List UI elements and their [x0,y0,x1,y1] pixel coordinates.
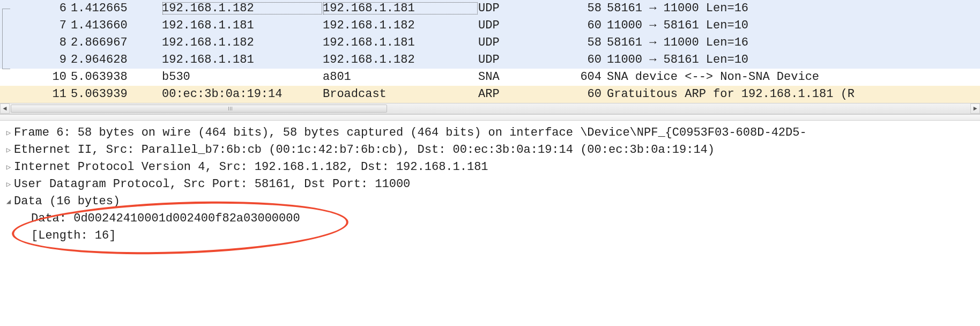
packet-time: 1.413660 [71,19,162,32]
tree-ip[interactable]: ▷ Internet Protocol Version 4, Src: 192.… [3,158,977,175]
scroll-thumb[interactable] [11,105,387,113]
packet-info: 58161 → 11000 Len=16 [607,2,980,15]
scroll-right-button[interactable]: ► [970,103,980,114]
packet-info: SNA device <--> Non-SNA Device [607,70,980,84]
packet-info: 11000 → 58161 Len=10 [607,19,980,32]
packet-no: 11 [13,87,71,101]
packet-source: 192.168.1.181 [162,19,323,32]
expand-icon[interactable]: ▷ [3,180,14,189]
packet-list-pane[interactable]: 61.412665192.168.1.182192.168.1.181UDP58… [0,0,980,103]
tree-udp[interactable]: ▷ User Datagram Protocol, Src Port: 5816… [3,175,977,192]
packet-info: Gratuitous ARP for 192.168.1.181 (R [607,87,980,101]
packet-row[interactable]: 92.964628192.168.1.181192.168.1.182UDP60… [0,51,980,69]
tree-data-hex[interactable]: Data: 0d00242410001d002400f82a03000000 [3,210,977,227]
packet-destination: a801 [323,70,478,84]
packet-list-hscroll[interactable]: ◄ ► [0,103,980,114]
packet-source: 192.168.1.181 [162,53,323,66]
packet-source: 192.168.1.182 [162,2,323,15]
tree-eth-label: Ethernet II, Src: Parallel_b7:6b:cb (00:… [14,143,715,157]
packet-source: 192.168.1.182 [162,36,323,49]
packet-row[interactable]: 61.412665192.168.1.182192.168.1.181UDP58… [0,0,980,17]
packet-length: 58 [559,36,607,49]
packet-row[interactable]: 105.063938b530a801SNA604SNA device <--> … [0,69,980,86]
packet-no: 8 [13,36,71,49]
packet-length: 604 [559,70,607,84]
packet-no: 9 [13,53,71,66]
packet-source: b530 [162,70,323,84]
packet-row[interactable]: 82.866967192.168.1.182192.168.1.181UDP58… [0,34,980,51]
packet-row[interactable]: 115.06393900:ec:3b:0a:19:14BroadcastARP6… [0,86,980,103]
packet-time: 2.866967 [71,36,162,49]
packet-time: 5.063939 [71,87,162,101]
packet-details-pane[interactable]: ▷ Frame 6: 58 bytes on wire (464 bits), … [0,121,980,247]
packet-destination: 192.168.1.181 [323,36,478,49]
packet-destination: 192.168.1.182 [323,53,478,66]
scroll-left-button[interactable]: ◄ [0,103,10,114]
packet-protocol: UDP [478,2,559,15]
packet-info: 11000 → 58161 Len=10 [607,53,980,66]
tree-data-length-label: [Length: 16] [31,229,116,242]
packet-destination: 192.168.1.181 [323,2,478,15]
tree-frame-label: Frame 6: 58 bytes on wire (464 bits), 58… [14,126,807,139]
packet-protocol: SNA [478,70,559,84]
packet-source: 00:ec:3b:0a:19:14 [162,87,323,101]
pane-divider[interactable] [0,114,980,121]
packet-no: 7 [13,19,71,32]
packet-no: 6 [13,2,71,15]
packet-protocol: ARP [478,87,559,101]
tree-ip-label: Internet Protocol Version 4, Src: 192.16… [14,160,488,174]
packet-time: 1.412665 [71,2,162,15]
tree-data-length[interactable]: [Length: 16] [3,227,977,244]
packet-protocol: UDP [478,19,559,32]
packet-length: 60 [559,53,607,66]
tree-data[interactable]: ◢ Data (16 bytes) [3,192,977,210]
tree-ethernet[interactable]: ▷ Ethernet II, Src: Parallel_b7:6b:cb (0… [3,141,977,158]
packet-time: 5.063938 [71,70,162,84]
packet-destination: Broadcast [323,87,478,101]
tree-udp-label: User Datagram Protocol, Src Port: 58161,… [14,177,410,191]
expand-icon[interactable]: ▷ [3,145,14,154]
packet-length: 60 [559,19,607,32]
expand-icon[interactable]: ▷ [3,162,14,172]
packet-row[interactable]: 71.413660192.168.1.181192.168.1.182UDP60… [0,17,980,34]
tree-frame[interactable]: ▷ Frame 6: 58 bytes on wire (464 bits), … [3,124,977,141]
packet-protocol: UDP [478,36,559,49]
packet-length: 58 [559,2,607,15]
tree-data-label: Data (16 bytes) [14,195,120,208]
collapse-icon[interactable]: ◢ [3,197,14,206]
packet-info: 58161 → 11000 Len=16 [607,36,980,49]
tree-data-hex-label: Data: 0d00242410001d002400f82a03000000 [31,212,300,225]
packet-length: 60 [559,87,607,101]
packet-no: 10 [13,70,71,84]
packet-destination: 192.168.1.182 [323,19,478,32]
expand-icon[interactable]: ▷ [3,128,14,137]
packet-time: 2.964628 [71,53,162,66]
packet-protocol: UDP [478,53,559,66]
